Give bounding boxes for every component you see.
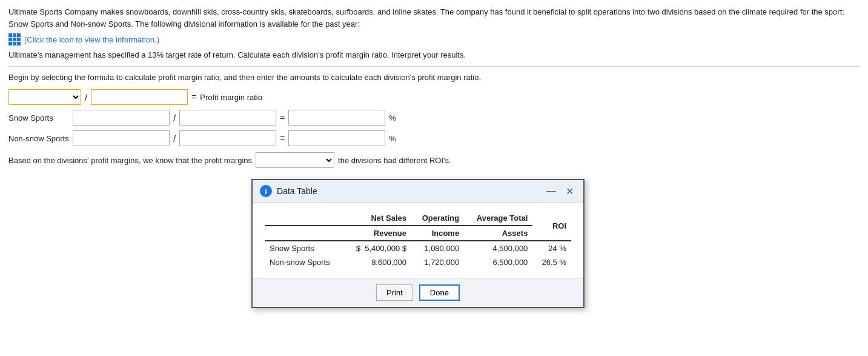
table-row: Non-snow Sports 8,600,000 1,720,000 6,50… bbox=[265, 255, 571, 269]
snow-sports-pct: % bbox=[389, 113, 396, 123]
col-header-avg-assets-1: Average Total bbox=[464, 211, 532, 226]
col-header-operating-1: Operating bbox=[411, 211, 464, 226]
snow-sports-denominator[interactable] bbox=[179, 110, 276, 126]
formula-result-label: Profit margin ratio bbox=[200, 93, 262, 102]
nonsnow-sports-label: Non-snow Sports bbox=[8, 134, 69, 143]
row-net-sales-snow: $ 5,400,000 $ bbox=[343, 241, 411, 255]
row-avg-assets-snow: 4,500,000 bbox=[464, 241, 532, 255]
nonsnow-sports-pct: % bbox=[389, 134, 396, 143]
nonsnow-sports-denominator[interactable] bbox=[179, 130, 276, 146]
formula-denominator-input[interactable] bbox=[91, 89, 188, 105]
modal-header: i Data Table — ✕ bbox=[253, 180, 583, 203]
formula-numerator-select[interactable]: Net income Operating income Gross profit… bbox=[8, 89, 81, 105]
row-operating-snow: 1,080,000 bbox=[411, 241, 464, 255]
equals-1: = bbox=[191, 92, 196, 102]
data-table: Net Sales Operating Average Total ROI Re… bbox=[265, 211, 571, 269]
modal-title: Data Table bbox=[277, 186, 539, 196]
interpret-row: Based on the divisions' profit margins, … bbox=[8, 152, 860, 168]
table-header-row-2: Revenue Income Assets bbox=[265, 226, 571, 241]
snow-sports-result[interactable] bbox=[288, 110, 385, 126]
interpret-select[interactable]: and but however although because bbox=[256, 152, 334, 168]
row-avg-assets-nonsnow: 6,500,000 bbox=[464, 255, 532, 269]
formula-row: Net income Operating income Gross profit… bbox=[8, 89, 860, 105]
intro-paragraph: Ultimate Sports Company makes snowboards… bbox=[8, 6, 860, 30]
col-header-operating-2: Income bbox=[411, 226, 464, 241]
col-header-empty bbox=[265, 226, 343, 241]
interpret-prefix: Based on the divisions' profit margins, … bbox=[8, 156, 252, 165]
print-button[interactable]: Print bbox=[376, 284, 413, 301]
info-icon: i bbox=[260, 185, 272, 197]
interpret-suffix: the divisions had different ROI's. bbox=[338, 156, 451, 165]
row-roi-snow: 24 % bbox=[532, 241, 571, 255]
row-operating-nonsnow: 1,720,000 bbox=[411, 255, 464, 269]
row-division-snow: Snow Sports bbox=[265, 241, 343, 255]
instruction-text: Begin by selecting the formula to calcul… bbox=[8, 72, 860, 84]
col-header-division bbox=[265, 211, 343, 226]
nonsnow-sports-row: Non-snow Sports / = % bbox=[8, 130, 860, 146]
col-header-net-sales-1: Net Sales bbox=[343, 211, 411, 226]
table-row: Snow Sports $ 5,400,000 $ 1,080,000 4,50… bbox=[265, 241, 571, 255]
snow-sports-numerator[interactable] bbox=[73, 110, 170, 126]
col-header-avg-assets-2: Assets bbox=[464, 226, 532, 241]
snow-sports-label: Snow Sports bbox=[8, 113, 69, 123]
divider bbox=[8, 66, 860, 67]
close-button[interactable]: ✕ bbox=[563, 186, 576, 197]
equals-2: = bbox=[280, 113, 285, 123]
row-roi-nonsnow: 26.5 % bbox=[532, 255, 571, 269]
slash-2: / bbox=[173, 113, 176, 123]
row-division-nonsnow: Non-snow Sports bbox=[265, 255, 343, 269]
equals-3: = bbox=[280, 133, 285, 143]
row-net-sales-nonsnow: 8,600,000 bbox=[343, 255, 411, 269]
done-button[interactable]: Done bbox=[419, 284, 460, 301]
click-icon-row[interactable]: (Click the icon to view the information.… bbox=[8, 33, 860, 45]
intro-text: Ultimate Sports Company makes snowboards… bbox=[8, 6, 860, 30]
click-icon-label[interactable]: (Click the icon to view the information.… bbox=[24, 35, 159, 44]
grid-icon bbox=[8, 33, 21, 45]
target-text: Ultimate's management has specified a 13… bbox=[8, 49, 860, 61]
nonsnow-sports-numerator[interactable] bbox=[73, 130, 170, 146]
table-header-row: Net Sales Operating Average Total ROI bbox=[265, 211, 571, 226]
slash-1: / bbox=[85, 92, 87, 102]
modal-footer: Print Done bbox=[253, 278, 583, 307]
snow-sports-row: Snow Sports / = % bbox=[8, 110, 860, 126]
col-header-roi: ROI bbox=[532, 211, 571, 241]
nonsnow-sports-result[interactable] bbox=[288, 130, 385, 146]
col-header-net-sales-2: Revenue bbox=[343, 226, 411, 241]
data-table-modal: i Data Table — ✕ Net Sales Operating Ave… bbox=[251, 179, 585, 308]
slash-3: / bbox=[173, 133, 176, 144]
modal-body: Net Sales Operating Average Total ROI Re… bbox=[253, 203, 583, 278]
minimize-button[interactable]: — bbox=[544, 186, 558, 196]
